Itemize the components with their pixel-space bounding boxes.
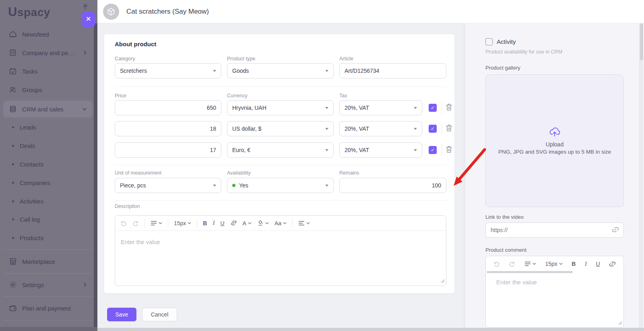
sidebar-item-deals[interactable]: Deals [3, 138, 93, 153]
pin-sidebar-icon[interactable] [82, 4, 89, 12]
cancel-button[interactable]: Cancel [142, 308, 177, 321]
price-enabled-checkbox-2[interactable]: ✓ [429, 125, 437, 133]
activity-caption: Product availability for use in CRM [485, 49, 562, 55]
italic-button[interactable]: I [211, 219, 216, 227]
divider [115, 200, 446, 201]
underline-button[interactable]: U [594, 260, 601, 268]
align-button[interactable] [297, 220, 311, 227]
upload-hint: PNG, JPG and SVG images up to 5 MB in si… [498, 149, 611, 155]
currency-select-2[interactable]: US dollar, $ [227, 121, 334, 136]
tax-select-1[interactable]: 20%, VAT [339, 100, 422, 115]
font-size-button[interactable]: 15px [544, 260, 564, 268]
article-input[interactable] [339, 63, 446, 78]
line-height-button[interactable] [149, 220, 163, 227]
bullet-icon [12, 126, 14, 128]
insert-link-button[interactable] [608, 260, 617, 268]
caret-down-icon [213, 185, 216, 187]
description-placeholder: Enter the value [121, 239, 160, 245]
sidebar-bottom-strip [0, 327, 97, 331]
upload-dropzone[interactable]: Upload PNG, JPG and SVG images up to 5 M… [485, 74, 624, 207]
highlight-icon [257, 220, 264, 226]
redo-button[interactable] [508, 260, 516, 268]
resize-handle[interactable] [441, 278, 445, 285]
tax-select-3[interactable]: 20%, VAT [339, 142, 422, 158]
delete-price-button-2[interactable] [446, 124, 452, 133]
price-input-2[interactable] [115, 121, 221, 136]
delete-price-button-1[interactable] [446, 103, 452, 112]
scrollbar-thumb[interactable] [640, 23, 643, 60]
sidebar-item-tasks[interactable]: Tasks [3, 64, 93, 79]
activity-checkbox[interactable] [485, 38, 493, 45]
font-size-button[interactable]: 15px [173, 219, 192, 227]
video-link-wrapper [485, 222, 624, 238]
currency-label: Currency [227, 93, 248, 99]
sidebar-item-crm[interactable]: CRM and sales [3, 101, 93, 117]
category-select[interactable]: Scretchers [115, 63, 221, 78]
video-link-input[interactable] [485, 222, 624, 238]
sidebar-item-label: Settings [22, 282, 44, 288]
trash-icon [446, 103, 452, 111]
availability-label: Availability [227, 170, 251, 176]
price-enabled-checkbox-1[interactable]: ✓ [429, 104, 437, 112]
product-comment-label: Product comment [485, 247, 526, 253]
sidebar-item-settings[interactable]: Settings [3, 277, 93, 292]
link-icon [609, 261, 616, 267]
sidebar-sub-label: Call log [20, 216, 40, 223]
chevron-right-icon [83, 50, 87, 56]
sidebar-item-newsfeed[interactable]: Newsfeed [3, 27, 93, 42]
save-button[interactable]: Save [107, 308, 136, 321]
sidebar-item-plan-payment[interactable]: Plan and payment [3, 300, 93, 316]
video-link-label: Link to the video [485, 214, 524, 220]
price-input-1[interactable] [115, 100, 221, 115]
resize-handle[interactable] [618, 319, 622, 327]
calendar-icon [9, 67, 17, 75]
highlight-color-button[interactable] [256, 219, 270, 227]
sidebar-item-activities[interactable]: Activities [3, 194, 93, 208]
vertical-scrollbar[interactable] [639, 23, 643, 331]
close-sidebar-button[interactable]: ✕ [82, 11, 95, 27]
price-input-3[interactable] [115, 142, 221, 158]
sidebar-item-contacts[interactable]: Contacts [3, 157, 93, 171]
sidebar-item-leads[interactable]: Leads [3, 120, 93, 134]
undo-button[interactable] [492, 260, 501, 268]
people-icon [9, 86, 17, 94]
insert-link-button[interactable] [229, 219, 238, 227]
tax-select-2[interactable]: 20%, VAT [339, 121, 422, 136]
sidebar-item-groups[interactable]: Groups [3, 82, 93, 97]
letter-case-glyph: Aa [275, 220, 281, 226]
sidebar: Uspacy Newsfeed Company and pe… Tasks Gr… [0, 0, 97, 331]
remains-input[interactable] [339, 178, 446, 193]
letter-case-button[interactable]: Aa [273, 219, 288, 227]
delete-price-button-3[interactable] [446, 146, 452, 154]
bold-button[interactable]: B [202, 219, 208, 227]
line-height-button[interactable] [523, 260, 537, 267]
bold-glyph: B [572, 261, 576, 267]
sidebar-item-products[interactable]: Products [3, 230, 93, 245]
sidebar-edge [94, 23, 97, 331]
price-enabled-checkbox-3[interactable]: ✓ [429, 146, 437, 154]
undo-button[interactable] [119, 219, 128, 227]
sidebar-item-company[interactable]: Company and pe… [3, 45, 93, 60]
sidebar-item-marketplace[interactable]: Marketplace [3, 254, 93, 269]
redo-button[interactable] [131, 219, 140, 227]
sidebar-sub-label: Leads [20, 124, 36, 131]
text-color-button[interactable]: A [242, 219, 253, 227]
currency-select-1[interactable]: Hryvnia, UAH [227, 100, 334, 115]
chevron-down-icon [283, 222, 287, 224]
comment-body[interactable]: Enter the value [486, 271, 623, 328]
currency-select-3[interactable]: Euro, € [227, 142, 334, 158]
underline-button[interactable]: U [219, 219, 225, 227]
italic-button[interactable]: I [584, 260, 588, 268]
activity-label: Activity [497, 38, 516, 45]
description-body[interactable]: Enter the value [115, 231, 446, 286]
product-type-select[interactable]: Goods [227, 63, 334, 78]
bold-button[interactable]: B [570, 260, 577, 268]
availability-select[interactable]: Yes [227, 178, 334, 193]
unit-select[interactable]: Piece, pcs [115, 178, 221, 193]
sidebar-item-label: Plan and payment [22, 305, 71, 312]
sidebar-sub-label: Contacts [20, 161, 43, 168]
caret-down-icon [213, 70, 216, 72]
sidebar-item-call-log[interactable]: Call log [3, 212, 93, 226]
wallet-icon [9, 304, 17, 312]
sidebar-item-companies[interactable]: Companies [3, 175, 93, 190]
